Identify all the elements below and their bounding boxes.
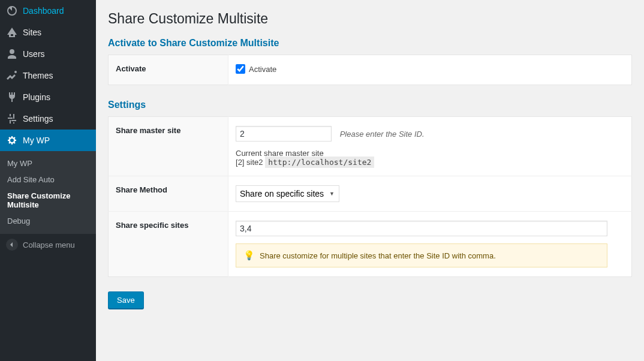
sidebar-item-plugins[interactable]: Plugins — [0, 86, 96, 108]
collapse-label: Collapse menu — [23, 240, 75, 249]
page-content: Share Customize Multisite Activate to Sh… — [96, 0, 644, 361]
share-specific-label: Share specific sites — [109, 212, 228, 277]
sidebar-item-dashboard[interactable]: Dashboard — [0, 0, 96, 22]
share-master-hint: Please enter the Site ID. — [340, 130, 425, 139]
activate-table: Activate Activate — [108, 55, 632, 85]
submenu-item-share-customize-multisite[interactable]: Share Customize Multisite — [0, 188, 96, 213]
sidebar-item-users[interactable]: Users — [0, 43, 96, 65]
gear-icon — [6, 134, 18, 146]
section-settings-title: Settings — [108, 100, 632, 110]
table-row: Activate Activate — [109, 55, 632, 85]
share-master-input[interactable] — [236, 126, 332, 142]
themes-icon — [6, 70, 18, 82]
sidebar-item-label: Plugins — [23, 92, 50, 102]
sidebar-item-label: Users — [23, 49, 45, 59]
sidebar-item-sites[interactable]: Sites — [0, 22, 96, 43]
share-specific-notice-text: Share customize for multiple sites that … — [260, 251, 496, 260]
table-row: Share Method Share on specific sites — [109, 176, 632, 212]
current-master-name: site2 — [246, 158, 263, 167]
sidebar-submenu: My WP Add Site Auto Share Customize Mult… — [0, 151, 96, 233]
current-master-block: Current share master site [2] site2 http… — [236, 149, 624, 167]
sidebar-item-label: Sites — [23, 28, 41, 37]
activate-checkbox[interactable] — [236, 64, 245, 74]
sidebar-item-label: My WP — [23, 136, 50, 145]
sites-icon — [6, 26, 18, 38]
dashboard-icon — [6, 5, 18, 17]
submenu-item-debug[interactable]: Debug — [0, 213, 96, 229]
page-title: Share Customize Multisite — [108, 11, 632, 27]
plugins-icon — [6, 91, 18, 103]
sidebar-item-label: Settings — [23, 114, 53, 124]
share-method-label: Share Method — [109, 176, 228, 212]
current-master-url: http://localhost/site2 — [265, 157, 374, 168]
share-specific-input[interactable] — [236, 221, 607, 236]
section-activate-title: Activate to Share Customize Multisite — [108, 38, 632, 49]
settings-table: Share master site Please enter the Site … — [108, 116, 632, 277]
sidebar-item-themes[interactable]: Themes — [0, 65, 96, 86]
sidebar-item-mywp[interactable]: My WP — [0, 130, 96, 151]
submenu-item-add-site-auto[interactable]: Add Site Auto — [0, 172, 96, 188]
activate-checkbox-label: Activate — [249, 65, 276, 74]
settings-icon — [6, 113, 18, 125]
share-master-label: Share master site — [109, 117, 228, 176]
sidebar-item-settings[interactable]: Settings — [0, 108, 96, 130]
sidebar-item-label: Dashboard — [23, 6, 64, 16]
table-row: Share specific sites 💡 Share customize f… — [109, 212, 632, 277]
activate-row-label: Activate — [109, 55, 228, 85]
table-row: Share master site Please enter the Site … — [109, 117, 632, 176]
sidebar-item-label: Themes — [23, 71, 53, 80]
lightbulb-icon: 💡 — [243, 250, 255, 261]
current-master-id: 2 — [238, 158, 242, 167]
activate-checkbox-label-wrap[interactable]: Activate — [236, 64, 276, 74]
admin-sidebar: Dashboard Sites Users Themes Plugins — [0, 0, 96, 361]
submenu-item-mywp[interactable]: My WP — [0, 155, 96, 172]
share-specific-notice: 💡 Share customize for multiple sites tha… — [236, 243, 607, 267]
collapse-menu[interactable]: Collapse menu — [0, 233, 96, 255]
save-button[interactable]: Save — [108, 291, 144, 309]
share-method-select[interactable]: Share on specific sites — [236, 185, 339, 202]
collapse-icon — [6, 239, 18, 251]
users-icon — [6, 48, 18, 60]
